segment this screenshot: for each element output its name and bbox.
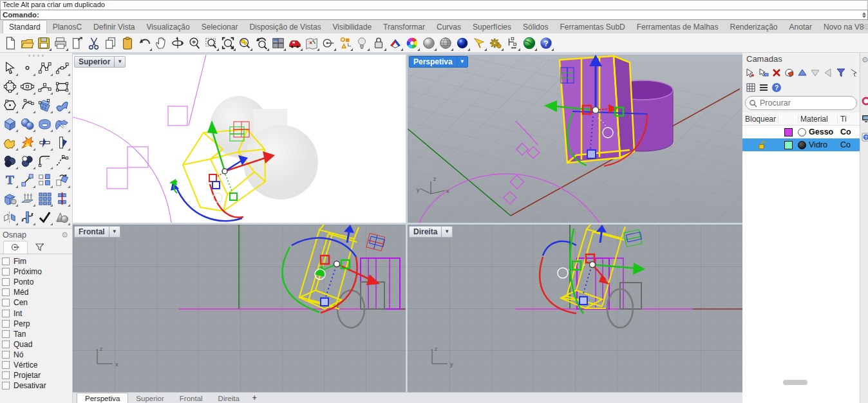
copy-objects-icon[interactable] [36, 171, 53, 189]
web-globe-icon[interactable] [521, 35, 538, 52]
material-name[interactable]: Vidro [809, 140, 827, 149]
new-file-icon[interactable] [2, 35, 19, 52]
viewport-title-direita[interactable]: Direita▼ [409, 226, 453, 238]
column-header-material[interactable]: Material [798, 115, 838, 124]
polygon-icon[interactable] [1, 96, 19, 114]
text-object-icon[interactable]: T [1, 171, 19, 189]
panel-tab-help-icon[interactable]: ? [862, 133, 868, 144]
menu-tab-selecionar[interactable]: Selecionar [196, 21, 244, 33]
move-icon[interactable] [19, 171, 36, 189]
checkbox[interactable] [2, 320, 10, 328]
plan-view-icon[interactable] [303, 35, 320, 52]
rotate-copy-icon[interactable] [53, 171, 71, 189]
panel-gear-icon[interactable]: ⚙ [862, 55, 868, 64]
lights-icon[interactable] [354, 35, 370, 52]
blend-curve-icon[interactable] [53, 152, 71, 170]
cut-icon[interactable] [86, 35, 102, 52]
menu-tab-visualizacao[interactable]: Visualização [141, 21, 196, 33]
boolean-difference-icon[interactable] [19, 152, 36, 170]
osnap-option-tan[interactable]: Tan [0, 329, 72, 339]
viewport-title-frontal[interactable]: Frontal▼ [74, 226, 120, 238]
osnap-option-int[interactable]: Int [0, 308, 72, 318]
checkbox[interactable] [2, 310, 10, 317]
layers-table-header[interactable]: Bloquear Material Ti [742, 113, 860, 126]
osnap-option-perp[interactable]: Perp [0, 319, 72, 329]
column-header-linetype[interactable]: Ti [838, 115, 860, 124]
color-picker-icon[interactable] [404, 35, 420, 52]
arc-icon[interactable] [36, 77, 53, 95]
osnap-gear-icon[interactable]: ⚙ [61, 230, 68, 239]
surface-curved-icon[interactable] [53, 96, 71, 114]
menu-tab-transformar[interactable]: Transformar [377, 21, 431, 33]
zoom-selected-icon[interactable] [236, 35, 253, 52]
viewport-frontal[interactable]: z x Frontal▼ [73, 225, 406, 392]
duplicate-layer-icon[interactable] [784, 68, 795, 79]
viewport-superior[interactable]: Superior▼ [73, 55, 406, 223]
checkbox[interactable] [2, 299, 10, 306]
menu-tab-superficies[interactable]: Superfícies [467, 21, 517, 33]
dimension-icon[interactable] [504, 35, 521, 52]
zoom-extents-icon[interactable] [220, 35, 236, 52]
fillet-curve-icon[interactable] [36, 152, 53, 170]
checkbox[interactable] [2, 330, 10, 338]
shaded-sphere-icon[interactable] [420, 35, 437, 52]
check-selection-icon[interactable] [36, 208, 53, 226]
frontal-canvas[interactable]: z x [73, 225, 406, 392]
menu-tab-ferramentas-subd[interactable]: Ferramentas SubD [554, 21, 630, 33]
print-icon[interactable] [52, 35, 69, 52]
curve-handles-icon[interactable] [19, 96, 36, 114]
checkbox[interactable] [2, 382, 10, 389]
menu-tab-disposicao-de-vistas[interactable]: Disposição de Vistas [243, 21, 326, 33]
undo-view-icon[interactable] [253, 35, 270, 52]
layer-filter-icon[interactable] [835, 68, 846, 79]
viewport-tab-perspetiva[interactable]: Perspetiva [77, 393, 128, 403]
select-arrow-icon[interactable] [1, 59, 19, 77]
material-preview-sphere[interactable] [798, 128, 806, 136]
extrude-icon[interactable] [19, 189, 36, 207]
checkbox[interactable] [2, 288, 10, 296]
checkbox[interactable] [2, 351, 10, 359]
surface-deform-icon[interactable] [53, 115, 71, 133]
orient-on-curve-icon[interactable] [19, 208, 36, 226]
move-layer-left-icon[interactable] [822, 68, 833, 79]
osnap-option-ponto[interactable]: Ponto [0, 277, 72, 287]
osnap-option-quad[interactable]: Quad [0, 339, 72, 350]
rectangle-icon[interactable] [53, 77, 71, 95]
new-sublayer-icon[interactable] [758, 68, 769, 79]
osnap-option-vertice[interactable]: Vértice [0, 360, 72, 370]
viewport-tab-frontal[interactable]: Frontal [172, 393, 211, 403]
layer-row-gesso[interactable]: Gesso Co [742, 126, 860, 138]
viewport-title-label[interactable]: Superior [75, 57, 114, 67]
lock-objects-icon[interactable] [370, 35, 387, 52]
ellipse-icon[interactable] [19, 77, 36, 95]
viewport-title-label[interactable]: Direita [410, 227, 441, 237]
viewport-title-label[interactable]: Frontal [75, 227, 109, 237]
perspetiva-canvas[interactable]: z y x [408, 55, 742, 223]
checkbox[interactable] [2, 278, 10, 286]
viewport-title-perspetiva[interactable]: Perspetiva▼ [409, 56, 468, 68]
horizontal-scrollbar-thumb[interactable] [783, 380, 807, 385]
panel-tab-monitor-icon[interactable] [862, 115, 868, 124]
move-layer-up-icon[interactable] [797, 68, 807, 79]
export-page-icon[interactable] [69, 35, 86, 52]
layer-tools-icon[interactable] [848, 68, 859, 79]
boolean-union-icon[interactable] [1, 152, 19, 170]
panel-tab-display-icon[interactable] [862, 97, 868, 108]
menu-tab-renderizacao[interactable]: Renderização [724, 21, 784, 33]
osnap-option-desativar[interactable]: Desativar [0, 380, 72, 391]
explode-icon[interactable] [1, 133, 19, 151]
split-icon[interactable] [36, 133, 53, 151]
layers-search-box[interactable] [745, 96, 857, 110]
viewport-tab-superior[interactable]: Superior [128, 393, 171, 403]
layer-table-icon[interactable] [745, 82, 756, 93]
primitive-solids-icon[interactable] [53, 208, 71, 226]
zoom-dynamic-icon[interactable] [186, 35, 203, 52]
material-preview-sphere[interactable] [798, 141, 806, 149]
checkbox[interactable] [2, 371, 10, 379]
curve-interpolate-icon[interactable] [53, 59, 71, 77]
menu-tab-standard[interactable]: Standard [3, 20, 47, 33]
polyline-icon[interactable] [36, 59, 53, 77]
new-layer-icon[interactable] [745, 68, 756, 79]
layer-row-vidro[interactable]: Vidro Co [742, 138, 860, 151]
undo-icon[interactable] [136, 35, 153, 52]
